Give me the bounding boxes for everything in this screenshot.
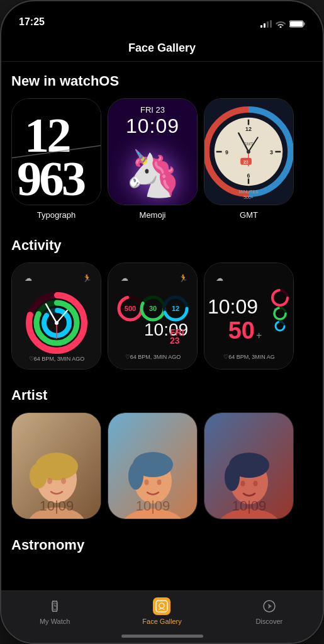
main-content[interactable]: Face Gallery New in watchOS 12 963 [1,33,323,590]
svg-point-83 [128,462,143,490]
section-new-watchos: New in watchOS 12 963 [1,62,323,226]
faces-row-new: 12 963 Typograph [11,98,313,220]
memoji-date-time: FRI 23 10:09 [126,105,179,138]
activity-digital-svg: ☁ 10:09 : [204,263,294,370]
face-item-memoji[interactable]: FRI 23 10:09 🦄 Memoji [108,98,198,220]
svg-text:+: + [256,330,262,341]
svg-text:50: 50 [228,317,255,344]
nav-title: Face Gallery [1,33,323,62]
faces-row-activity: ☁ 🏃 [11,263,313,370]
home-indicator [121,635,203,638]
svg-point-39 [55,321,59,325]
section-title-new: New in watchOS [11,73,313,89]
svg-text:12: 12 [245,126,252,132]
svg-text:6: 6 [247,172,250,179]
section-astronomy: Astronomy [1,526,323,568]
activity-infograph-svg: ☁ 🏃 500 30 12 [108,263,198,370]
svg-text:🏃: 🏃 [179,273,188,283]
face-thumb-artist-3[interactable]: 10|09 [204,412,294,519]
face-thumb-activity-3[interactable]: ☁ 10:09 : [204,263,294,370]
tab-icon-my-watch [46,597,64,615]
svg-rect-103 [156,601,167,612]
svg-text:♡64 BPM, 3MIN AG: ♡64 BPM, 3MIN AG [223,354,275,360]
typograph-svg: 12 963 [12,99,101,205]
tab-icon-face-gallery [153,597,170,615]
svg-text:10|09: 10|09 [40,498,74,514]
face-thumb-artist-2[interactable]: 10|09 [108,412,198,519]
face-gallery-icon [155,599,169,613]
section-activity: Activity ☁ 🏃 [1,226,323,376]
svg-point-92 [241,481,245,487]
svg-point-93 [254,481,258,487]
svg-text:♡64 BPM, 3MIN AGO: ♡64 BPM, 3MIN AGO [125,354,181,360]
svg-text:♡64 BPM, 3MIN AGO: ♡64 BPM, 3MIN AGO [29,356,85,362]
svg-text:500: 500 [125,305,136,312]
tab-label-face-gallery: Face Gallery [142,618,181,625]
tab-my-watch[interactable]: My Watch [1,597,108,625]
face-item-artist-2[interactable]: 10|09 [108,412,198,519]
artist-2-svg: 10|09 [108,413,198,519]
svg-point-85 [157,480,162,485]
artist-3-svg: 10|09 [204,413,294,519]
face-thumb-gmt[interactable]: 12 6 9 3 23 [204,98,294,205]
face-item-activity-1[interactable]: ☁ 🏃 [11,263,101,370]
svg-text:☁: ☁ [25,274,32,283]
face-thumb-typograph[interactable]: 12 963 [11,98,101,205]
tab-discover[interactable]: Discover [216,597,323,625]
face-item-activity-3[interactable]: ☁ 10:09 : [204,263,294,370]
svg-text:☁: ☁ [121,274,128,283]
svg-rect-1 [304,23,305,26]
svg-text:9: 9 [225,149,228,155]
face-thumb-artist-1[interactable]: 10|09 [11,412,101,519]
watch-icon [47,599,62,614]
memoji-time: 10:09 [126,115,179,138]
face-label-memoji: Memoji [140,210,166,220]
svg-text:3: 3 [270,149,273,155]
face-thumb-memoji[interactable]: FRI 23 10:09 🦄 [108,98,198,205]
tab-label-my-watch: My Watch [40,618,70,625]
face-gmt: 12 6 9 3 23 [204,99,293,205]
section-title-artist: Artist [11,387,313,404]
svg-text:🏃: 🏃 [82,273,92,283]
svg-text:GMT: GMT [243,142,254,146]
status-time: 17:25 [19,16,45,28]
svg-text:MINUTES: MINUTES [238,189,258,194]
face-thumb-activity-2[interactable]: ☁ 🏃 500 30 12 [108,263,198,370]
svg-rect-2 [290,21,303,26]
wifi-icon [276,20,286,28]
face-item-activity-2[interactable]: ☁ 🏃 500 30 12 [108,263,198,370]
tab-face-gallery[interactable]: Face Gallery [108,597,215,625]
memoji-date: FRI 23 [140,105,165,115]
face-typograph: 12 963 [12,99,101,205]
svg-text:10|09: 10|09 [232,498,267,514]
svg-point-104 [159,603,164,608]
face-item-gmt[interactable]: 12 6 9 3 23 [204,98,294,220]
svg-point-76 [47,478,52,484]
face-item-artist-3[interactable]: 10|09 [204,412,294,519]
svg-text:☁: ☁ [216,274,223,283]
svg-text:10:09: 10:09 [208,295,258,318]
section-title-astronomy: Astronomy [11,537,313,553]
svg-point-75 [30,463,47,489]
svg-text:500+: 500+ [243,195,254,200]
section-artist: Artist [1,376,323,526]
unicorn-emoji: 🦄 [125,150,181,196]
face-memoji: FRI 23 10:09 🦄 [108,99,197,205]
svg-text:12: 12 [172,305,179,312]
svg-point-23 [247,150,250,154]
artist-1-svg: 10|09 [12,413,101,519]
tab-icon-discover [260,597,278,615]
gmt-svg: 12 6 9 3 23 [204,99,293,205]
phone-screen: 17:25 [1,1,323,643]
face-item-artist-1[interactable]: 10|09 [11,412,101,519]
phone-frame: 17:25 [0,0,324,644]
faces-row-artist: 10|09 [11,412,313,519]
face-item-typograph[interactable]: 12 963 Typograph [11,98,101,220]
bottom-spacer [1,568,323,587]
signal-icon [260,20,272,28]
tab-label-discover: Discover [255,618,282,625]
svg-marker-106 [268,604,272,609]
face-label-typograph: Typograph [37,210,75,220]
svg-point-84 [145,480,149,485]
face-thumb-activity-1[interactable]: ☁ 🏃 [11,263,101,370]
